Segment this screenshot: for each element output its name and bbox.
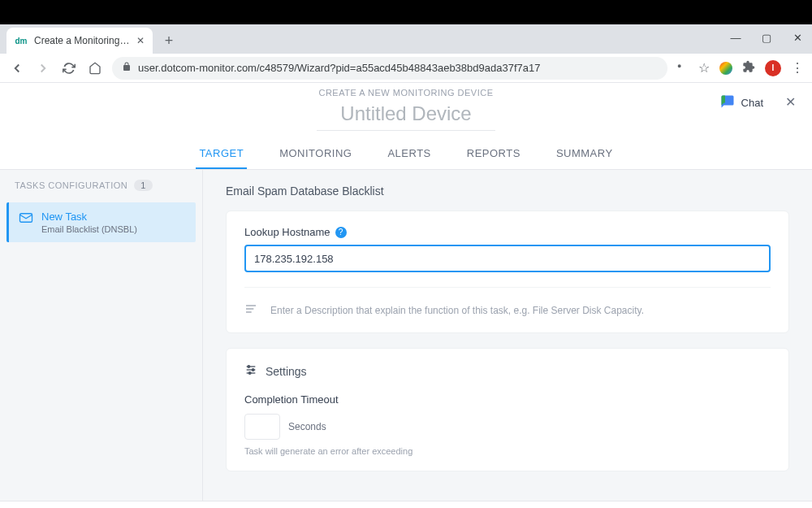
task-item[interactable]: New Task Email Blacklist (DNSBL) (6, 202, 196, 242)
timeout-input[interactable] (244, 414, 280, 440)
seconds-label: Seconds (288, 421, 326, 432)
help-icon[interactable]: ? (335, 227, 347, 238)
sidebar-heading: TASKS CONFIGURATION (15, 180, 127, 190)
wizard-tabs: TARGET MONITORING ALERTS REPORTS SUMMARY (0, 139, 812, 170)
svg-point-7 (252, 369, 254, 371)
window-close-button[interactable]: ✕ (788, 28, 807, 47)
chat-icon (720, 94, 735, 111)
puzzle-icon[interactable] (742, 60, 755, 76)
description-placeholder[interactable]: Enter a Description that explain the fun… (270, 305, 644, 316)
task-count-badge: 1 (134, 180, 153, 191)
tab-alerts[interactable]: ALERTS (384, 139, 434, 169)
tasks-sidebar: TASKS CONFIGURATION 1 New Task Email Bla… (0, 170, 203, 501)
favicon-icon: dm (15, 34, 28, 47)
svg-point-9 (248, 372, 251, 375)
svg-point-5 (248, 366, 250, 368)
menu-icon[interactable]: ⋮ (791, 60, 804, 76)
form-area: Email Spam Database Blacklist Lookup Hos… (203, 170, 812, 501)
tab-title: Create a Monitoring Device (34, 35, 130, 46)
browser-tab-strip: dm Create a Monitoring Device ✕ + — ▢ ✕ (0, 24, 812, 54)
close-tab-icon[interactable]: ✕ (136, 35, 145, 46)
back-button[interactable] (8, 59, 26, 77)
browser-tab[interactable]: dm Create a Monitoring Device ✕ (6, 28, 153, 54)
window-maximize-button[interactable]: ▢ (757, 28, 776, 47)
tab-target[interactable]: TARGET (196, 139, 247, 169)
close-panel-button[interactable]: ✕ (785, 94, 796, 110)
reload-button[interactable] (60, 59, 78, 77)
tab-monitoring[interactable]: MONITORING (276, 139, 355, 169)
timeout-hint: Task will generate an error after exceed… (244, 446, 771, 456)
window-minimize-button[interactable]: — (726, 28, 745, 47)
hostname-label: Lookup Hostname (244, 226, 330, 238)
url-text: user.dotcom-monitor.com/c48579/Wizard?pi… (138, 62, 540, 74)
task-name: New Task (41, 211, 137, 223)
home-button[interactable] (86, 59, 104, 77)
chat-button[interactable]: Chat (720, 94, 763, 111)
section-heading: Email Spam Database Blacklist (226, 185, 789, 198)
new-tab-button[interactable]: + (158, 29, 180, 52)
lock-icon (122, 62, 132, 74)
extension-icon[interactable] (719, 62, 732, 75)
task-type: Email Blacklist (DNSBL) (41, 224, 137, 234)
timeout-label: Completion Timeout (244, 393, 771, 406)
settings-label: Settings (266, 365, 307, 378)
star-icon[interactable]: ☆ (698, 60, 710, 76)
key-icon[interactable] (676, 60, 689, 76)
mail-icon (19, 211, 33, 234)
device-title-input[interactable]: Untitled Device (317, 102, 495, 131)
address-bar: user.dotcom-monitor.com/c48579/Wizard?pi… (0, 54, 812, 83)
wizard-footer: Select a Different Task Cancel Create De… (0, 501, 812, 508)
chat-label: Chat (741, 97, 763, 109)
notes-icon (244, 302, 257, 318)
forward-button[interactable] (34, 59, 52, 77)
hostname-input[interactable] (244, 245, 771, 272)
url-input[interactable]: user.dotcom-monitor.com/c48579/Wizard?pi… (112, 57, 667, 80)
tab-summary[interactable]: SUMMARY (553, 139, 616, 169)
tab-reports[interactable]: REPORTS (464, 139, 524, 169)
profile-avatar[interactable]: I (765, 60, 781, 76)
page-subtitle: CREATE A NEW MONITORING DEVICE (16, 88, 796, 98)
sliders-icon (244, 363, 257, 379)
